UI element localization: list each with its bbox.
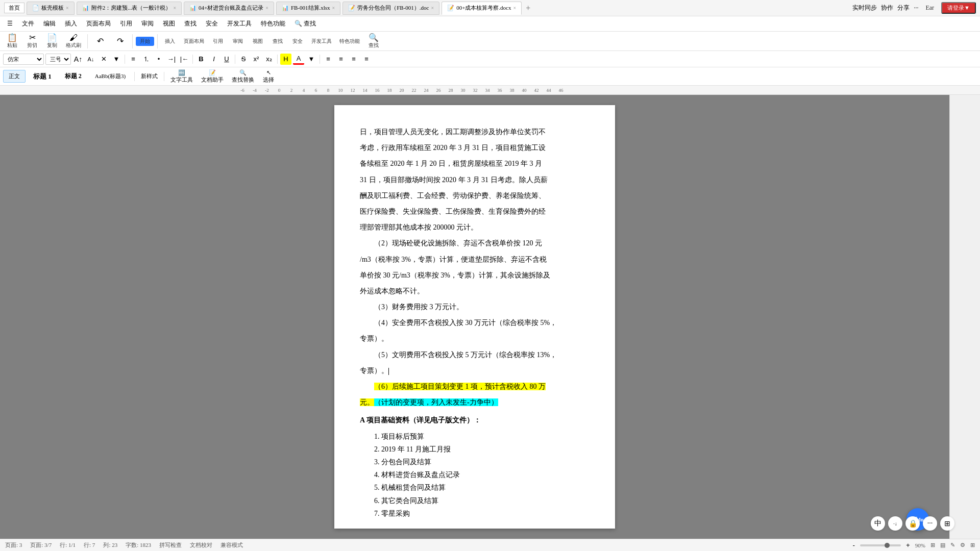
- view-mode[interactable]: 兼容模式: [220, 541, 243, 549]
- center-align-button[interactable]: ≡: [335, 54, 347, 65]
- style-title1[interactable]: 标题 1: [28, 69, 57, 84]
- view-icon-1[interactable]: ⊞: [930, 542, 935, 548]
- menu-pagelayout[interactable]: 页面布局: [82, 17, 115, 30]
- page-layout-button[interactable]: 页面布局: [181, 37, 207, 46]
- menu-anquan[interactable]: 安全: [202, 17, 222, 30]
- para-10: 单价按 30 元/m3（税率按 3%，专票）计算，其余设施拆除及: [360, 269, 590, 282]
- menu-chazhao[interactable]: 查找: [180, 17, 201, 30]
- tab-6[interactable]: 📝 00+成本核算考察.docx ×: [442, 2, 522, 15]
- decrease-font-button[interactable]: A↓: [85, 54, 96, 65]
- menu-special[interactable]: 特色功能: [257, 17, 289, 30]
- superscript-button[interactable]: x²: [251, 54, 262, 65]
- increase-font-button[interactable]: A↑: [72, 54, 84, 65]
- menu-charu[interactable]: 插入: [61, 17, 81, 30]
- tab-4[interactable]: 📊 FB-001结算.xlsx ×: [276, 2, 340, 15]
- tab-2[interactable]: 📊 附件2：房建预...表（一般计税） ×: [77, 2, 182, 15]
- zoom-out-button[interactable]: -: [853, 541, 855, 549]
- view-button[interactable]: 视图: [249, 37, 267, 46]
- view-icon-2[interactable]: ▤: [940, 542, 945, 548]
- tab-4-close[interactable]: ×: [332, 5, 335, 11]
- ruler-mark: 10: [334, 88, 347, 93]
- tab-5[interactable]: 📝 劳务分包合同（FB-001）.doc ×: [342, 2, 439, 15]
- review-button[interactable]: 审阅: [229, 37, 247, 46]
- reference-button[interactable]: 引用: [209, 37, 227, 46]
- font-name-select[interactable]: 仿宋: [3, 54, 44, 65]
- font-color-expand-button[interactable]: ▼: [111, 54, 122, 65]
- doc-assist-button[interactable]: 📝 文档助手: [198, 68, 227, 85]
- doc-mode[interactable]: 文档校对: [190, 541, 212, 549]
- italic-button[interactable]: I: [208, 54, 219, 65]
- left-align-button[interactable]: ≡: [323, 54, 334, 65]
- tab-5-close[interactable]: ×: [431, 5, 434, 11]
- view-icon-3[interactable]: ✎: [950, 542, 955, 548]
- cut-button[interactable]: ✂ 剪切: [23, 33, 41, 50]
- select-button[interactable]: ↖ 选择: [259, 68, 278, 85]
- menu-bianji[interactable]: 编辑: [39, 17, 60, 30]
- number-list-button[interactable]: ⒈: [140, 54, 152, 65]
- find-button[interactable]: 查找: [268, 37, 287, 46]
- baidu-menu-icon-1[interactable]: 中: [871, 516, 885, 531]
- font-color-down-button[interactable]: ▼: [306, 54, 317, 65]
- subscript-button[interactable]: x₂: [263, 54, 275, 65]
- style-title2[interactable]: 标题 2: [59, 69, 87, 83]
- baidu-menu-icon-2[interactable]: ·↓: [888, 516, 902, 531]
- page-container[interactable]: 日，项目管理人员无变化，因工期调整涉及协作单位奖罚不 考虑，行政用车续租至 20…: [0, 95, 949, 539]
- new-tab-button[interactable]: +: [524, 4, 532, 13]
- baidu-menu-icon-3[interactable]: 🔒: [905, 516, 920, 531]
- baidu-menu-icon-5[interactable]: ⊞: [940, 516, 954, 531]
- justify-button[interactable]: ≡: [361, 54, 372, 65]
- highlight-button[interactable]: H: [280, 54, 291, 65]
- format-painter-button[interactable]: 🖌 格式刷: [63, 33, 84, 50]
- tab-1[interactable]: 📄 板壳模板 ×: [27, 2, 75, 15]
- special-func-button[interactable]: 特色功能: [336, 37, 363, 46]
- style-title3[interactable]: AaBb(标题3): [89, 70, 132, 83]
- view-icon-4[interactable]: ⚙: [960, 542, 965, 548]
- font-tools-button[interactable]: 🔤 文字工具: [167, 68, 196, 85]
- home-button[interactable]: 首页: [4, 3, 24, 13]
- document-page[interactable]: 日，项目管理人员无变化，因工期调整涉及协作单位奖罚不 考虑，行政用车续租至 20…: [334, 105, 615, 529]
- tab-3[interactable]: 📊 04+材进货台账及盘点记录 ×: [184, 2, 274, 15]
- tab-2-close[interactable]: ×: [173, 5, 176, 11]
- strikethrough-button[interactable]: S: [238, 54, 249, 65]
- toolbar-sep-1: [87, 34, 88, 48]
- bullet-list-button[interactable]: •: [153, 54, 164, 65]
- new-style-button[interactable]: 新样式: [138, 71, 161, 81]
- security-button[interactable]: 安全: [288, 37, 307, 46]
- outdent-button[interactable]: |←: [179, 54, 190, 65]
- menu-devtools[interactable]: 开发工具: [223, 17, 256, 30]
- format-sep-5: [320, 55, 320, 64]
- menu-yinyong[interactable]: 引用: [116, 17, 136, 30]
- zoom-slider[interactable]: [860, 544, 901, 546]
- spell-check[interactable]: 拼写检查: [159, 541, 182, 549]
- redo-button[interactable]: ↷: [111, 36, 129, 46]
- menu-file[interactable]: ☰: [3, 18, 17, 30]
- font-color-button[interactable]: A: [293, 54, 304, 65]
- tab-1-close[interactable]: ×: [66, 5, 69, 11]
- menu-shenyue[interactable]: 审阅: [137, 17, 158, 30]
- font-size-select[interactable]: 三号: [45, 54, 71, 65]
- login-button[interactable]: 请登录▼: [941, 2, 976, 14]
- search-button[interactable]: 🔍 查找: [364, 33, 383, 50]
- bold-button[interactable]: B: [195, 54, 207, 65]
- menu-shitu[interactable]: 视图: [159, 17, 179, 30]
- align-list-button[interactable]: ≡: [128, 54, 139, 65]
- insert-tab-button[interactable]: 插入: [161, 37, 179, 46]
- indent-button[interactable]: →|: [166, 54, 177, 65]
- zoom-in-button[interactable]: +: [906, 541, 910, 549]
- baidu-menu-icon-4[interactable]: ···: [923, 516, 937, 531]
- tab-6-close[interactable]: ×: [513, 5, 516, 11]
- copy-button[interactable]: 📄 复制: [43, 33, 61, 50]
- dev-tools-button[interactable]: 开发工具: [308, 37, 335, 46]
- underline-button[interactable]: U: [221, 54, 232, 65]
- tab-3-close[interactable]: ×: [265, 5, 268, 11]
- find-replace-button[interactable]: 🔍 查找替换: [229, 68, 257, 85]
- right-align-button[interactable]: ≡: [348, 54, 359, 65]
- menu-wenjiann[interactable]: 文件: [18, 17, 38, 30]
- style-zhengwen[interactable]: 正文: [3, 70, 26, 83]
- clear-format-button[interactable]: ✕: [98, 54, 109, 65]
- undo-button[interactable]: ↶: [91, 36, 109, 46]
- menu-find[interactable]: 🔍 查找: [290, 17, 320, 30]
- view-icon-5[interactable]: ⊞: [970, 542, 975, 548]
- start-tab-button[interactable]: 开始: [136, 37, 154, 46]
- paste-button[interactable]: 📋 粘贴: [3, 33, 21, 50]
